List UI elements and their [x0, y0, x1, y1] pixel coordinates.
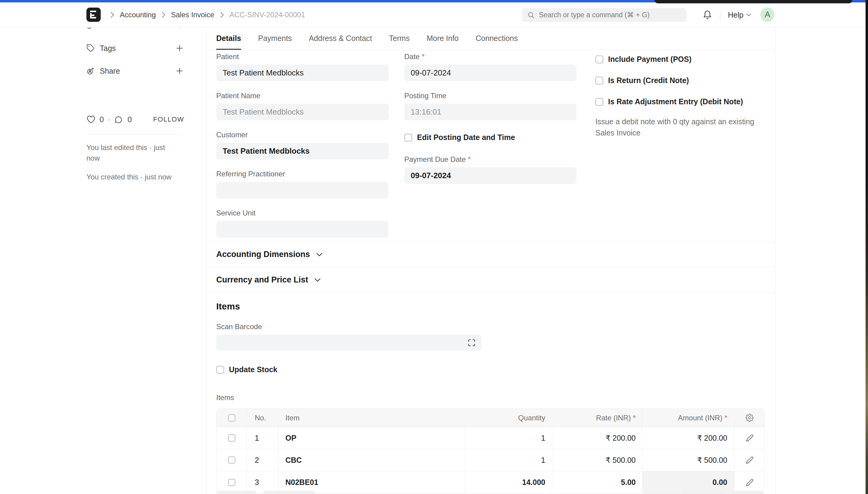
- required-marker: *: [724, 414, 727, 422]
- tab-address-contact[interactable]: Address & Contact: [309, 27, 372, 50]
- upload-button[interactable]: [731, 491, 764, 494]
- chevron-down-icon: [746, 13, 752, 17]
- required-marker: *: [468, 155, 471, 164]
- follow-button[interactable]: FOLLOW: [153, 115, 184, 124]
- scan-barcode-input[interactable]: [216, 335, 482, 350]
- chevron-down-icon: [314, 278, 321, 282]
- item-code-cell[interactable]: N02BE01: [279, 471, 465, 493]
- screen-edge-strip: [866, 0, 868, 494]
- add-attachment-button[interactable]: [175, 27, 184, 30]
- referring-practitioner-label: Referring Practitioner: [216, 170, 388, 178]
- is-rate-adjustment-checkbox[interactable]: [595, 98, 603, 106]
- update-stock-label: Update Stock: [229, 365, 277, 374]
- sidebar-divider: [87, 134, 181, 135]
- breadcrumb-current-doc: ACC-SINV-2024-00001: [229, 11, 305, 19]
- section-currency-price-list[interactable]: Currency and Price List: [206, 267, 775, 292]
- row-checkbox[interactable]: [228, 479, 235, 486]
- service-unit-field[interactable]: [216, 221, 388, 238]
- share-add-button[interactable]: [175, 66, 184, 75]
- edit-row-pencil-icon[interactable]: [746, 478, 754, 487]
- quantity-cell[interactable]: 1: [465, 449, 552, 471]
- global-search-input[interactable]: Search or type a command (⌘ + G): [522, 8, 686, 22]
- app-logo[interactable]: [87, 7, 101, 22]
- tab-payments[interactable]: Payments: [258, 27, 292, 50]
- tab-terms[interactable]: Terms: [389, 27, 410, 50]
- patient-name-field[interactable]: Test Patient Medblocks: [216, 103, 388, 120]
- breadcrumb-accounting[interactable]: Accounting: [120, 11, 156, 19]
- payment-due-date-field[interactable]: 09-07-2024: [404, 167, 576, 184]
- is-rate-adjustment-row: Is Rate Adjustment Entry (Debit Note): [595, 95, 765, 109]
- last-edited-text[interactable]: You last edited this · just now: [87, 142, 174, 163]
- download-button[interactable]: [681, 491, 725, 494]
- add-tag-button[interactable]: [175, 44, 184, 53]
- amount-cell[interactable]: ₹ 200.00: [643, 427, 734, 449]
- form-card: Details Payments Address & Contact Terms…: [206, 27, 776, 494]
- social-row: 0 · 0 FOLLOW: [87, 112, 184, 126]
- patient-name-label: Patient Name: [216, 92, 388, 100]
- customer-label: Customer: [216, 131, 388, 139]
- help-menu[interactable]: Help: [728, 2, 752, 27]
- patient-field[interactable]: Test Patient Medblocks: [216, 64, 388, 81]
- user-avatar[interactable]: A: [760, 7, 775, 22]
- rate-cell[interactable]: ₹ 500.00: [552, 449, 643, 471]
- gear-icon[interactable]: [745, 414, 754, 422]
- col-no-header: No.: [247, 409, 279, 427]
- customer-field[interactable]: Test Patient Medblocks: [216, 143, 388, 159]
- edit-row-pencil-icon[interactable]: [746, 434, 754, 442]
- user-plus-icon: [87, 67, 95, 75]
- table-row: 2 CBC 1 ₹ 500.00 ₹ 500.00: [217, 449, 764, 471]
- sidebar-attachments-label: Attachments: [100, 27, 142, 30]
- row-checkbox[interactable]: [228, 456, 235, 464]
- is-return-checkbox[interactable]: [595, 77, 603, 84]
- sidebar-share-label: Share: [100, 67, 120, 75]
- details-form: Patient Test Patient Medblocks Patient N…: [206, 50, 775, 242]
- quantity-cell[interactable]: 1: [465, 427, 552, 449]
- notifications-bell-icon[interactable]: [702, 10, 713, 20]
- rate-cell[interactable]: 5.00: [552, 471, 643, 493]
- edit-row-pencil-icon[interactable]: [746, 456, 754, 464]
- tab-connections[interactable]: Connections: [476, 27, 518, 50]
- items-table-header: No. Item Quantity Rate (INR) * Amount (I…: [217, 409, 764, 427]
- date-label: Date*: [404, 53, 576, 61]
- include-payment-checkbox[interactable]: [595, 55, 603, 63]
- created-text[interactable]: You created this · just now: [87, 172, 174, 182]
- item-code-cell[interactable]: CBC: [279, 449, 465, 471]
- posting-time-label: Posting Time: [404, 92, 576, 100]
- sidebar-item-tags[interactable]: Tags: [87, 41, 184, 55]
- heart-icon[interactable]: [87, 115, 95, 124]
- amount-cell[interactable]: 0.00: [643, 471, 734, 493]
- sidebar-item-share[interactable]: Share: [87, 64, 184, 78]
- update-stock-checkbox[interactable]: [216, 366, 224, 374]
- row-number: 2: [247, 449, 279, 471]
- add-multiple-button[interactable]: [263, 491, 315, 494]
- select-all-checkbox[interactable]: [228, 414, 235, 422]
- row-number: 1: [247, 427, 279, 449]
- amount-cell[interactable]: ₹ 500.00: [643, 449, 734, 471]
- help-label: Help: [728, 11, 743, 19]
- avatar-letter: A: [764, 10, 770, 19]
- app-header: Accounting Sales Invoice ACC-SINV-2024-0…: [0, 2, 866, 27]
- erpnext-logo-icon: [90, 11, 97, 18]
- col-quantity-header: Quantity: [465, 409, 552, 427]
- date-field[interactable]: 09-07-2024: [404, 64, 576, 81]
- breadcrumb-sales-invoice[interactable]: Sales Invoice: [171, 11, 215, 19]
- edit-posting-checkbox[interactable]: [404, 134, 412, 141]
- scan-barcode-label: Scan Barcode: [216, 322, 765, 331]
- sidebar-item-attachments[interactable]: Attachments: [87, 27, 184, 32]
- items-section: Items Scan Barcode Update Stock Items No…: [206, 292, 775, 494]
- referring-practitioner-field[interactable]: [216, 182, 388, 198]
- col-item-header: Item: [279, 409, 465, 427]
- rate-cell[interactable]: ₹ 200.00: [552, 427, 643, 449]
- top-notch-overlay: [654, 0, 852, 3]
- add-row-button[interactable]: [216, 491, 257, 494]
- edit-posting-row: Edit Posting Date and Time: [404, 131, 576, 144]
- row-checkbox[interactable]: [228, 434, 235, 441]
- patient-label: Patient: [216, 53, 388, 61]
- quantity-cell[interactable]: 14.000: [465, 471, 552, 493]
- tab-details[interactable]: Details: [216, 27, 241, 50]
- posting-time-field[interactable]: 13:16:01: [404, 103, 576, 120]
- tab-more-info[interactable]: More Info: [427, 27, 459, 50]
- item-code-cell[interactable]: OP: [279, 427, 465, 449]
- currency-price-list-title: Currency and Price List: [216, 275, 308, 285]
- comment-icon[interactable]: [114, 115, 124, 124]
